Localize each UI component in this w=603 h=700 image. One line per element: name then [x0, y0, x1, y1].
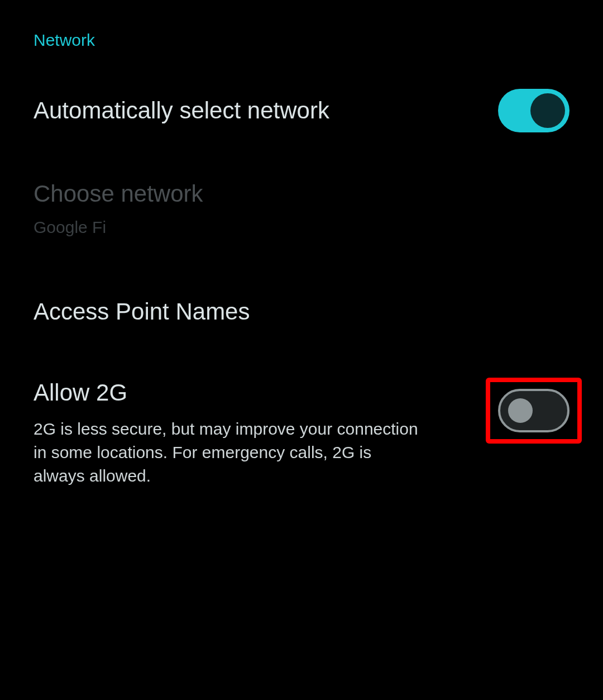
choose-network-title: Choose network — [34, 180, 547, 208]
apn-title: Access Point Names — [34, 298, 547, 326]
auto-select-network-toggle[interactable] — [498, 89, 570, 132]
setting-allow-2g[interactable]: Allow 2G 2G is less secure, but may impr… — [34, 379, 570, 487]
allow-2g-title: Allow 2G — [34, 379, 424, 407]
choose-network-value: Google Fi — [34, 216, 547, 239]
toggle-thumb — [508, 398, 533, 423]
auto-select-network-title: Automatically select network — [34, 97, 476, 125]
section-header-network: Network — [34, 31, 570, 50]
setting-auto-select-network[interactable]: Automatically select network — [34, 89, 570, 132]
setting-choose-network: Choose network Google Fi — [34, 180, 570, 239]
highlight-annotation — [486, 378, 582, 444]
toggle-thumb — [530, 93, 565, 128]
allow-2g-description: 2G is less secure, but may improve your … — [34, 417, 424, 488]
setting-access-point-names[interactable]: Access Point Names — [34, 298, 570, 326]
allow-2g-toggle[interactable] — [498, 389, 570, 432]
